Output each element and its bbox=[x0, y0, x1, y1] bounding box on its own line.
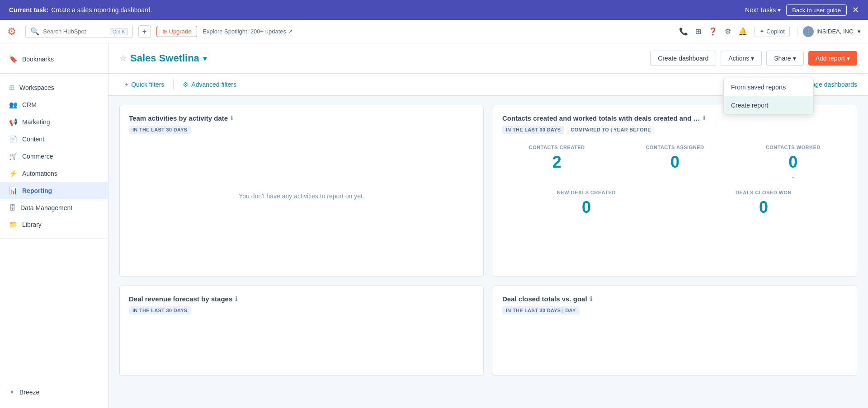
grid-icon[interactable]: ⊞ bbox=[695, 27, 701, 36]
add-tab-button[interactable]: + bbox=[138, 25, 151, 38]
tag-row: IN THE LAST 30 DAYS bbox=[129, 306, 474, 314]
add-report-label: Add report bbox=[816, 55, 845, 62]
hubspot-logo[interactable]: ⚙ bbox=[7, 26, 16, 38]
report-card-title: Team activities by activity date ℹ bbox=[129, 114, 474, 122]
close-task-button[interactable]: ✕ bbox=[852, 5, 859, 15]
report-card-header: Team activities by activity date ℹ IN TH… bbox=[129, 114, 474, 134]
report-card-deal-revenue: Deal revenue forecast by stages ℹ IN THE… bbox=[119, 286, 484, 376]
help-icon[interactable]: ❓ bbox=[708, 27, 717, 36]
report-title-text: Deal revenue forecast by stages bbox=[129, 295, 232, 303]
actions-chevron-icon: ▾ bbox=[751, 55, 754, 62]
bookmarks-icon: 🔖 bbox=[9, 55, 18, 63]
avatar: I bbox=[803, 26, 814, 37]
phone-icon[interactable]: 📞 bbox=[679, 27, 688, 36]
stat-label: CONTACTS WORKED bbox=[739, 145, 848, 150]
sidebar-item-breeze[interactable]: ✦ Breeze bbox=[0, 384, 108, 401]
quick-filters-plus-icon: + bbox=[125, 81, 128, 88]
add-report-button[interactable]: Add report ▾ bbox=[808, 51, 857, 66]
info-icon[interactable]: ℹ bbox=[235, 295, 237, 302]
sidebar-item-workspaces[interactable]: ⊞ Workspaces bbox=[0, 79, 108, 96]
account-chevron-icon: ▾ bbox=[858, 28, 861, 35]
header-actions: Create dashboard Actions ▾ Share ▾ Add r… bbox=[650, 51, 857, 66]
stat-value: 2 bbox=[502, 153, 611, 172]
info-icon[interactable]: ℹ bbox=[231, 115, 233, 122]
current-task-label: Current task: bbox=[9, 6, 48, 14]
sidebar-item-label: Content bbox=[22, 136, 44, 143]
copilot-button[interactable]: ✦ Copilot bbox=[755, 26, 789, 37]
stat-label: CONTACTS CREATED bbox=[502, 145, 611, 150]
time-range-tag: IN THE LAST 30 DAYS | DAY bbox=[502, 306, 580, 314]
back-to-guide-button[interactable]: Back to user guide bbox=[786, 5, 847, 16]
report-title-text: Team activities by activity date bbox=[129, 114, 228, 122]
report-card-deal-closed: Deal closed totals vs. goal ℹ IN THE LAS… bbox=[493, 286, 857, 376]
sidebar-item-label: Commerce bbox=[22, 153, 53, 160]
sidebar-item-data-management[interactable]: 🗄 Data Management bbox=[0, 199, 108, 216]
add-report-dropdown: From saved reports Create report bbox=[723, 78, 814, 115]
report-card-contacts-created: Contacts created and worked totals with … bbox=[493, 105, 857, 277]
advanced-filters-button[interactable]: ⚙ Advanced filters bbox=[177, 78, 242, 91]
share-button[interactable]: Share ▾ bbox=[766, 51, 803, 66]
task-bar-right: Next Tasks ▾ Back to user guide ✕ bbox=[745, 5, 859, 16]
report-card-header: Contacts created and worked totals with … bbox=[502, 114, 848, 134]
sidebar-item-label: Breeze bbox=[19, 389, 39, 396]
tag-row: IN THE LAST 30 DAYS | DAY bbox=[502, 306, 848, 314]
next-tasks-button[interactable]: Next Tasks ▾ bbox=[745, 6, 781, 14]
sidebar-item-automations[interactable]: ⚡ Automations bbox=[0, 165, 108, 182]
sidebar-item-content[interactable]: 📄 Content bbox=[0, 131, 108, 148]
comparison-tag: COMPARED TO | YEAR BEFORE bbox=[567, 126, 654, 134]
sidebar-item-label: Library bbox=[22, 221, 42, 228]
task-bar: Current task: Create a sales reporting d… bbox=[0, 0, 868, 20]
info-icon[interactable]: ℹ bbox=[703, 115, 705, 122]
dashboard-grid: Team activities by activity date ℹ IN TH… bbox=[108, 96, 868, 385]
sidebar-item-library[interactable]: 📁 Library bbox=[0, 216, 108, 233]
stat-dash: - bbox=[739, 174, 848, 181]
upgrade-button[interactable]: ⊕ Upgrade bbox=[156, 26, 198, 37]
stat-new-deals: NEW DEALS CREATED 0 bbox=[502, 190, 670, 217]
stat-value: 0 bbox=[739, 153, 848, 172]
actions-label: Actions bbox=[728, 55, 749, 62]
tag-row: IN THE LAST 30 DAYS bbox=[129, 126, 474, 134]
account-button[interactable]: I INSIDEA, INC. ▾ bbox=[797, 26, 861, 37]
task-bar-left: Current task: Create a sales reporting d… bbox=[9, 6, 152, 14]
data-management-icon: 🗄 bbox=[9, 204, 16, 211]
upgrade-label: Upgrade bbox=[169, 28, 192, 35]
sidebar-item-label: Reporting bbox=[22, 187, 52, 194]
sidebar-item-crm[interactable]: 👥 CRM bbox=[0, 96, 108, 113]
search-box[interactable]: 🔍 Ctrl K bbox=[25, 25, 133, 38]
stat-label: NEW DEALS CREATED bbox=[502, 190, 670, 195]
stat-contacts-created: CONTACTS CREATED 2 bbox=[502, 145, 611, 181]
upgrade-icon: ⊕ bbox=[162, 28, 167, 35]
stats-grid-2: NEW DEALS CREATED 0 DEALS CLOSED WON 0 bbox=[502, 190, 848, 217]
workspaces-icon: ⊞ bbox=[9, 84, 15, 92]
search-input[interactable] bbox=[43, 28, 106, 35]
report-title-text: Contacts created and worked totals with … bbox=[502, 114, 700, 122]
empty-state-text: You don't have any activities to report … bbox=[239, 192, 364, 200]
library-icon: 📁 bbox=[9, 220, 18, 229]
stat-label: CONTACTS ASSIGNED bbox=[620, 145, 729, 150]
sidebar-item-commerce[interactable]: 🛒 Commerce bbox=[0, 148, 108, 165]
sidebar: 🔖 Bookmarks ⊞ Workspaces 👥 CRM 📢 Marketi… bbox=[0, 43, 108, 408]
info-icon[interactable]: ℹ bbox=[590, 295, 592, 302]
spotlight-link[interactable]: Explore Spotlight: 200+ updates ↗ bbox=[203, 28, 293, 35]
sidebar-item-bookmarks[interactable]: 🔖 Bookmarks bbox=[0, 51, 108, 68]
create-dashboard-button[interactable]: Create dashboard bbox=[650, 51, 716, 66]
crm-icon: 👥 bbox=[9, 101, 18, 109]
commerce-icon: 🛒 bbox=[9, 152, 18, 160]
dropdown-item-create-report[interactable]: Create report bbox=[724, 96, 813, 114]
quick-filters-label: Quick filters bbox=[131, 81, 164, 88]
stat-contacts-worked: CONTACTS WORKED 0 - bbox=[739, 145, 848, 181]
sidebar-item-marketing[interactable]: 📢 Marketing bbox=[0, 113, 108, 131]
actions-button[interactable]: Actions ▾ bbox=[721, 51, 762, 66]
report-card-title: Deal closed totals vs. goal ℹ bbox=[502, 295, 848, 303]
sidebar-item-reporting[interactable]: 📊 Reporting bbox=[0, 182, 108, 199]
notifications-icon[interactable]: 🔔 bbox=[738, 27, 747, 36]
title-chevron-icon[interactable]: ▾ bbox=[203, 54, 207, 63]
stat-value: 0 bbox=[502, 198, 670, 217]
star-icon[interactable]: ☆ bbox=[119, 53, 127, 63]
settings-icon[interactable]: ⚙ bbox=[725, 27, 731, 36]
report-card-header: Deal revenue forecast by stages ℹ IN THE… bbox=[129, 295, 474, 314]
stat-value: 0 bbox=[679, 198, 848, 217]
dropdown-item-from-saved-reports[interactable]: From saved reports bbox=[724, 78, 813, 96]
quick-filters-button[interactable]: + Quick filters bbox=[119, 78, 170, 91]
dashboard-header: ☆ Sales Swetlina ▾ Create dashboard Acti… bbox=[108, 43, 868, 74]
